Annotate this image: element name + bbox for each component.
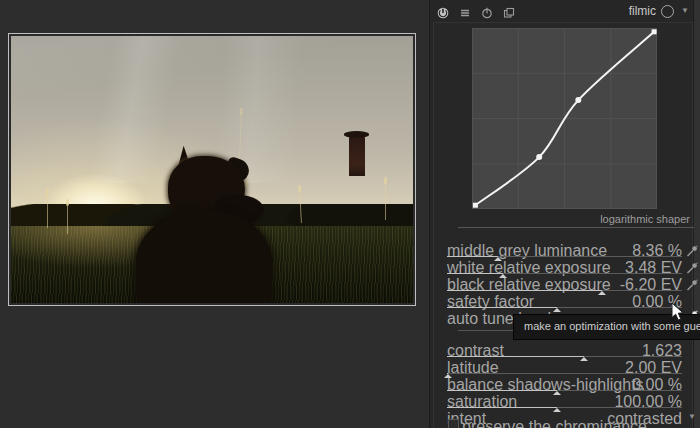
darktable-window: filmic ▼ logarithmic shaper middle grey … — [0, 0, 700, 428]
slider-value: 100.00 % — [614, 393, 682, 411]
slider-label: latitude — [447, 359, 499, 377]
multi-instance-icon[interactable] — [503, 5, 515, 17]
slider-value: -6.20 EV — [620, 276, 682, 294]
photo-canvas[interactable] — [8, 33, 416, 306]
slider-value: 3.48 EV — [625, 259, 682, 277]
photo-grass-stalk — [67, 202, 68, 234]
filmic-curve-graph[interactable] — [472, 28, 657, 209]
slider-safety-factor[interactable]: safety factor 0.00 % — [447, 293, 682, 310]
slider-label: middle grey luminance — [447, 242, 607, 260]
slider-value: 2.00 EV — [625, 359, 682, 377]
panel-resize-gutter[interactable] — [693, 0, 700, 428]
color-picker-icon[interactable] — [686, 277, 698, 289]
slider-label: black relative exposure — [447, 276, 611, 294]
photo-image — [11, 36, 413, 303]
module-title[interactable]: filmic — [600, 4, 656, 18]
photo-tower-silhouette — [349, 136, 365, 176]
photo-dog-silhouette — [136, 156, 273, 303]
slider-label: saturation — [447, 393, 517, 411]
blending-mask-icon[interactable] — [661, 5, 674, 18]
slider-label: white relative exposure — [447, 259, 611, 277]
slider-track[interactable] — [447, 407, 682, 408]
module-power-icon[interactable] — [437, 5, 449, 17]
preserve-chrominance-label[interactable]: preserve the chrominance — [462, 418, 647, 428]
slider-track[interactable] — [447, 273, 682, 274]
presets-menu-icon[interactable] — [459, 5, 471, 17]
color-picker-icon[interactable] — [686, 243, 698, 255]
photo-grass-stalk — [47, 191, 48, 228]
slider-saturation[interactable]: saturation 100.00 % — [447, 393, 682, 410]
reset-parameters-icon[interactable] — [481, 5, 493, 17]
section-divider — [458, 227, 694, 228]
slider-label: balance shadows-highlights — [447, 376, 644, 394]
slider-track[interactable] — [447, 373, 682, 374]
chevron-down-icon: ▼ — [688, 412, 696, 421]
color-picker-icon[interactable] — [686, 260, 698, 272]
slider-label: safety factor — [447, 293, 534, 311]
module-expander-icon[interactable]: ▼ — [681, 6, 689, 15]
slider-contrast[interactable]: contrast 1.623 — [447, 342, 682, 359]
preserve-chrominance-checkbox[interactable] — [448, 419, 459, 428]
slider-white-relative-exposure[interactable]: white relative exposure 3.48 EV — [447, 259, 682, 276]
slider-value: 8.36 % — [632, 242, 682, 260]
slider-balance-shadows-highlights[interactable]: balance shadows-highlights 0.00 % — [447, 376, 682, 393]
slider-track[interactable] — [447, 356, 682, 357]
slider-value: 0.00 % — [632, 376, 682, 394]
slider-track[interactable] — [447, 256, 682, 257]
mouse-cursor — [671, 302, 684, 325]
slider-black-relative-exposure[interactable]: black relative exposure -6.20 EV — [447, 276, 682, 293]
slider-value: 1.623 — [642, 342, 682, 360]
slider-latitude[interactable]: latitude 2.00 EV — [447, 359, 682, 376]
slider-label: contrast — [447, 342, 504, 360]
slider-middle-grey-luminance[interactable]: middle grey luminance 8.36 % — [447, 242, 682, 259]
photo-grass-stalk — [385, 180, 386, 220]
slider-track[interactable] — [447, 307, 682, 308]
slider-track[interactable] — [447, 390, 682, 391]
section-label-logarithmic-shaper: logarithmic shaper — [458, 213, 690, 225]
slider-track[interactable] — [447, 290, 682, 291]
